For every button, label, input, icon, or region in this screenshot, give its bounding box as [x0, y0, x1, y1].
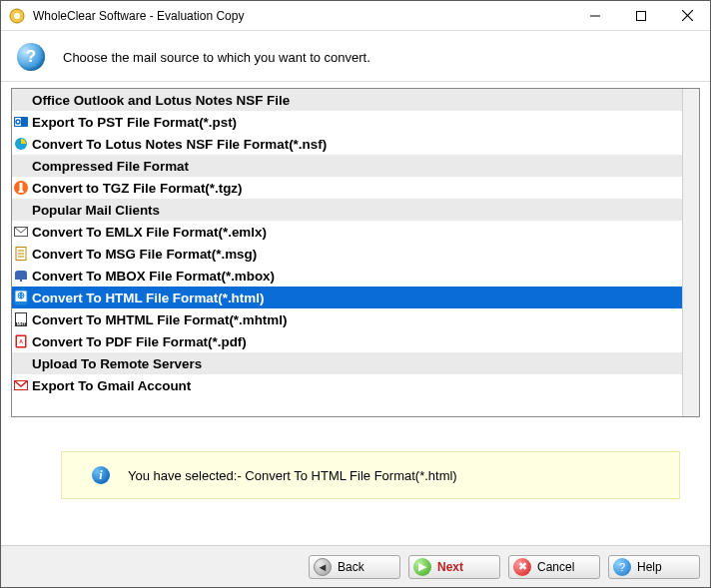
maximize-button[interactable]: [618, 1, 664, 31]
list-item-nsf[interactable]: Convert To Lotus Notes NSF File Format(*…: [12, 133, 682, 155]
svg-text:A: A: [19, 338, 23, 344]
list-item-label: Convert To MHTML File Format(*.mhtml): [30, 312, 287, 327]
archive-icon: [12, 179, 30, 197]
list-item-mhtml[interactable]: MHT Convert To MHTML File Format(*.mhtml…: [12, 308, 682, 330]
list-item-tgz[interactable]: Convert to TGZ File Format(*.tgz): [12, 177, 682, 199]
cancel-button[interactable]: ✖ Cancel: [508, 555, 600, 579]
help-hint-icon: ?: [17, 43, 45, 71]
list-item-label: Convert To HTML File Format(*.html): [30, 291, 264, 305]
cancel-icon: ✖: [513, 558, 531, 576]
minimize-button[interactable]: [572, 1, 618, 31]
svg-text:MHT: MHT: [17, 321, 26, 326]
list-item-label: Convert To EMLX File Format(*.emlx): [30, 225, 267, 240]
list-item-emlx[interactable]: Convert To EMLX File Format(*.emlx): [12, 221, 682, 243]
close-button[interactable]: [664, 1, 710, 31]
selection-info-bar: i You have selected:- Convert To HTML Fi…: [61, 451, 680, 499]
arrow-left-icon: ◄: [314, 558, 332, 576]
list-scrollbar[interactable]: [682, 89, 699, 416]
back-button[interactable]: ◄ Back: [309, 555, 400, 579]
group-header-upload: Upload To Remote Servers: [12, 352, 682, 374]
list-item-msg[interactable]: Convert To MSG File Format(*.msg): [12, 243, 682, 265]
lotus-icon: [12, 135, 30, 153]
titlebar: WholeClear Software - Evaluation Copy: [1, 1, 710, 31]
list-item-html[interactable]: Convert To HTML File Format(*.html): [12, 287, 682, 308]
format-list: Office Outlook and Lotus Notes NSF File …: [11, 88, 700, 417]
app-icon: [9, 8, 25, 24]
content-area: Office Outlook and Lotus Notes NSF File …: [1, 82, 710, 545]
list-item-label: Export To Gmail Account: [30, 378, 191, 393]
mailbox-icon: [12, 267, 30, 285]
list-item-label: Convert To MSG File Format(*.msg): [30, 247, 257, 262]
help-button[interactable]: ? Help: [608, 555, 700, 579]
list-item-label: Convert To Lotus Notes NSF File Format(*…: [30, 137, 327, 152]
footer-buttons: ◄ Back ▶ Next ✖ Cancel ? Help: [1, 545, 710, 587]
help-icon: ?: [613, 558, 631, 576]
list-item-pdf[interactable]: A Convert To PDF File Format(*.pdf): [12, 330, 682, 352]
page-icon: [12, 245, 30, 263]
gmail-icon: [12, 376, 30, 394]
group-header-popular: Popular Mail Clients: [12, 199, 682, 221]
info-icon: i: [92, 466, 110, 484]
list-item-pst[interactable]: Export To PST File Format(*.pst): [12, 111, 682, 133]
envelope-icon: [12, 223, 30, 241]
svg-rect-20: [15, 301, 27, 304]
list-item-label: Convert To MBOX File Format(*.mbox): [30, 269, 275, 284]
window-title: WholeClear Software - Evaluation Copy: [33, 9, 572, 23]
app-window: WholeClear Software - Evaluation Copy ? …: [0, 0, 711, 588]
group-header-compressed: Compressed File Format: [12, 155, 682, 177]
svg-rect-12: [19, 191, 24, 193]
outlook-icon: [12, 113, 30, 131]
svg-rect-18: [20, 280, 22, 282]
pdf-icon: A: [12, 332, 30, 350]
selection-message: You have selected:- Convert To HTML File…: [128, 468, 457, 483]
list-item-label: Convert to TGZ File Format(*.tgz): [30, 181, 243, 196]
svg-point-1: [14, 13, 20, 19]
list-item-gmail[interactable]: Export To Gmail Account: [12, 374, 682, 396]
list-item-label: Convert To PDF File Format(*.pdf): [30, 334, 247, 349]
mhtml-icon: MHT: [12, 310, 30, 328]
svg-rect-3: [637, 11, 646, 20]
svg-rect-11: [20, 183, 23, 191]
arrow-right-icon: ▶: [413, 558, 431, 576]
header-instruction: Choose the mail source to which you want…: [63, 50, 370, 65]
list-item-label: Export To PST File Format(*.pst): [30, 115, 237, 130]
html-icon: [12, 289, 30, 306]
next-button[interactable]: ▶ Next: [408, 555, 500, 579]
list-item-mbox[interactable]: Convert To MBOX File Format(*.mbox): [12, 265, 682, 287]
header: ? Choose the mail source to which you wa…: [1, 31, 710, 82]
group-header-office: Office Outlook and Lotus Notes NSF File: [12, 89, 682, 111]
